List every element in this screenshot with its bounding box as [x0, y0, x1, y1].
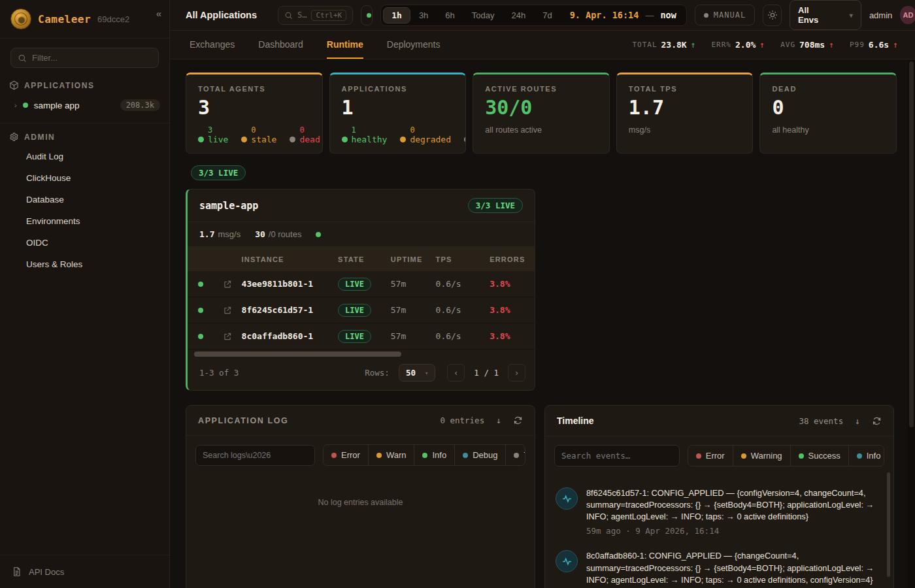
timeline-event-count: 38 events — [799, 416, 843, 426]
state-badge: LIVE — [338, 278, 371, 291]
routes-value: 30/0 — [485, 98, 597, 118]
download-icon[interactable]: ↓ — [855, 416, 860, 426]
sidebar-logo-row: Cameleer 69dcce2 « — [0, 0, 169, 39]
environment-select[interactable]: All Envs ▾ — [790, 0, 861, 30]
page-title: All Applications — [186, 10, 257, 20]
range-24h[interactable]: 24h — [503, 7, 535, 24]
next-page-button[interactable]: › — [508, 364, 525, 382]
filter-error[interactable]: Error — [688, 446, 733, 466]
expand-chevron-icon[interactable]: › — [14, 101, 17, 109]
live-status-button[interactable]: O — [361, 5, 373, 25]
app-name: sample-app — [199, 200, 258, 212]
external-link-icon[interactable] — [213, 332, 241, 341]
range-3h[interactable]: 3h — [410, 7, 437, 24]
sidebar-collapse-icon[interactable]: « — [156, 8, 161, 19]
prev-page-button[interactable]: ‹ — [447, 364, 465, 382]
tab-dashboard[interactable]: Dashboard — [258, 31, 303, 59]
sidebar-filter-input[interactable] — [32, 53, 152, 63]
timeline-level-filters: Error Warning Success Info — [688, 445, 884, 466]
tab-deployments[interactable]: Deployments — [387, 31, 441, 59]
stat-cards-row: TOTAL AGENTS 3 3live 0stale 0dead APPLIC… — [186, 73, 897, 154]
search-placeholder: S… — [297, 10, 307, 20]
filter-error[interactable]: Error — [324, 445, 368, 465]
sidebar-filter[interactable] — [10, 48, 159, 68]
refresh-icon[interactable] — [513, 416, 523, 425]
applications-section-header: APPLICATIONS — [0, 72, 169, 94]
log-entry-count: 0 entries — [440, 416, 484, 425]
sidebar-item-audit-log[interactable]: Audit Log — [0, 146, 169, 167]
range-end-time[interactable]: now — [655, 10, 684, 20]
tab-exchanges[interactable]: Exchanges — [190, 31, 235, 59]
avatar[interactable]: AD — [900, 6, 915, 24]
event-message: 8c0affadb860-1: CONFIG_APPLIED — {change… — [586, 550, 882, 585]
table-row[interactable]: 43ee9811b801-1 LIVE 57m 0.6/s 3.8% 2 — [188, 271, 535, 297]
horizontal-scrollbar-thumb[interactable] — [194, 351, 401, 357]
timeline-event[interactable]: 8c0affadb860-1: CONFIG_APPLIED — {change… — [554, 543, 883, 588]
timeline-event[interactable]: 8f6245c61d57-1: CONFIG_APPLIED — {config… — [554, 480, 883, 543]
sidebar-item-users-roles[interactable]: Users & Roles — [0, 253, 169, 275]
app-tps-stat: 1.7msg/s — [199, 229, 241, 239]
sidebar-item-clickhouse[interactable]: ClickHouse — [0, 167, 169, 189]
content-area: TOTAL AGENTS 3 3live 0stale 0dead APPLIC… — [170, 59, 915, 588]
range-today[interactable]: Today — [463, 7, 503, 24]
page-scrollbar-thumb[interactable] — [909, 61, 914, 427]
chevron-down-icon: ▾ — [850, 12, 853, 19]
search-icon — [18, 54, 27, 63]
range-1h[interactable]: 1h — [383, 7, 410, 24]
refresh-icon[interactable] — [872, 416, 882, 426]
range-start-time[interactable]: 9. Apr. 16:14 — [561, 10, 644, 20]
card-total-agents: TOTAL AGENTS 3 3live 0stale 0dead — [186, 73, 323, 154]
timeline-scrollbar-thumb[interactable] — [887, 472, 890, 577]
sidebar-item-environments[interactable]: Environments — [0, 210, 169, 232]
instance-status-dot — [198, 308, 203, 313]
sidebar-app-label: sample app — [34, 101, 80, 110]
range-6h[interactable]: 6h — [437, 7, 463, 24]
log-level-filters: Error Warn Info Debug Trace — [323, 444, 525, 466]
rows-per-page-select[interactable]: 50 ▾ — [399, 364, 435, 382]
filter-trace[interactable]: Trace — [505, 445, 525, 465]
sidebar-item-database[interactable]: Database — [0, 189, 169, 210]
card-active-routes: ACTIVE ROUTES 30/0 all routes active — [473, 73, 610, 154]
col-instance: INSTANCE — [242, 255, 339, 263]
event-list: 8f6245c61d57-1: CONFIG_APPLIED — {config… — [545, 475, 893, 588]
row-range-label: 1-3 of 3 — [199, 368, 239, 378]
arrow-up-icon: ↑ — [691, 40, 696, 50]
log-search-input[interactable] — [195, 445, 315, 466]
applications-value: 1 — [342, 98, 454, 118]
instance-status-dot — [198, 334, 203, 339]
page-indicator: 1 / 1 — [474, 368, 499, 378]
external-link-icon[interactable] — [213, 306, 241, 315]
api-docs-link[interactable]: API Docs — [0, 555, 169, 588]
filter-warn[interactable]: Warn — [368, 445, 414, 465]
filter-info[interactable]: Info — [848, 446, 884, 466]
routes-subtitle: all routes active — [485, 125, 597, 135]
timeline-search-input[interactable] — [554, 445, 680, 466]
range-7d[interactable]: 7d — [534, 7, 560, 24]
download-icon[interactable]: ↓ — [496, 416, 501, 425]
manual-mode-button[interactable]: MANUAL — [695, 5, 755, 25]
table-row[interactable]: 8c0affadb860-1 LIVE 57m 0.6/s 3.8% 5 — [188, 323, 535, 350]
arrow-up-icon: ↑ — [893, 40, 898, 50]
activity-pulse-icon — [556, 550, 578, 572]
log-panel-title: APPLICATION LOG — [198, 416, 288, 425]
filter-debug[interactable]: Debug — [454, 445, 505, 465]
metric-total: TOTAL 23.8K ↑ — [632, 40, 695, 50]
sidebar-item-sample-app[interactable]: › sample app 208.3k — [0, 94, 169, 118]
theme-toggle-button[interactable] — [763, 5, 782, 26]
sidebar-item-oidc[interactable]: OIDC — [0, 232, 169, 253]
online-dot — [367, 13, 371, 18]
filter-info[interactable]: Info — [414, 445, 454, 465]
dead-subtitle: all healthy — [772, 125, 884, 135]
filter-success[interactable]: Success — [790, 446, 848, 466]
fleet-live-badge: 3/3 LIVE — [191, 165, 246, 180]
agents-live: 3live — [198, 125, 228, 145]
metric-avg: AVG 708ms ↑ — [780, 40, 834, 50]
table-row[interactable]: 8f6245c61d57-1 LIVE 57m 0.6/s 3.8% 5 — [188, 297, 535, 323]
col-state: STATE — [338, 255, 391, 263]
tab-runtime[interactable]: Runtime — [327, 31, 363, 59]
event-timestamp: 59m ago · 9 Apr 2026, 16:14 — [586, 526, 882, 536]
filter-warning[interactable]: Warning — [733, 446, 790, 466]
external-link-icon[interactable] — [213, 280, 241, 289]
instance-table-header: INSTANCE STATE UPTIME TPS ERRORS H — [188, 247, 535, 271]
global-search[interactable]: S… Ctrl+K — [278, 6, 353, 25]
